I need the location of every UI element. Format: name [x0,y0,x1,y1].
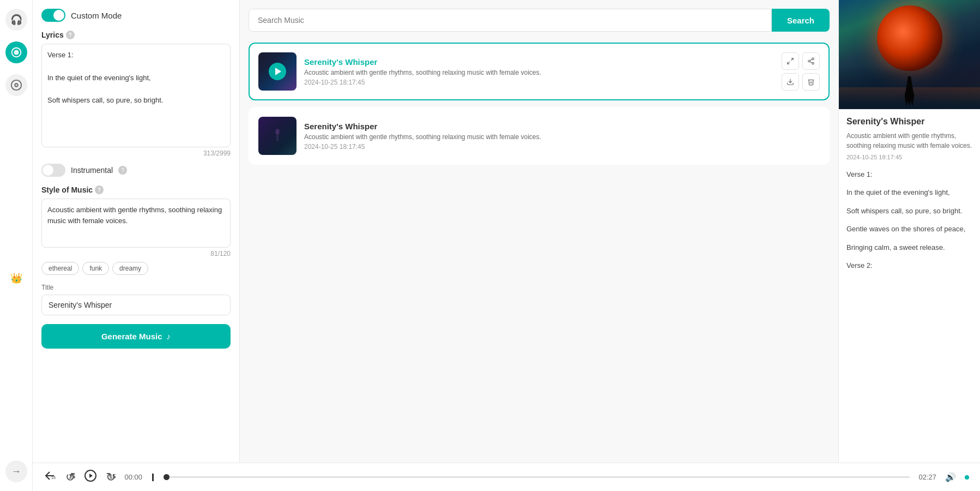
style-label: Style of Music ? [41,185,231,194]
instrumental-row: Instrumental ? [41,164,231,177]
play-button-1[interactable] [269,63,286,80]
style-textarea[interactable]: Acoustic ambient with gentle rhythms, so… [41,199,231,248]
song-title-2: Serenity's Whisper [304,122,820,131]
svg-text:15: 15 [51,476,56,480]
song-title-1: Serenity's Whisper [304,57,774,67]
svg-point-0 [14,50,19,55]
lyrics-line-1: Verse 1: [846,168,972,181]
svg-rect-12 [276,135,279,141]
song-desc-2: Acoustic ambient with gentle rhythms, so… [304,133,820,141]
left-panel: Custom Mode Lyrics ? Verse 1: In the qui… [33,0,240,491]
song-thumbnail-1 [258,52,297,91]
disc-nav-icon[interactable] [5,74,27,96]
generate-btn-label: Generate Music [101,332,162,341]
custom-mode-toggle[interactable] [41,9,65,22]
song-date-1: 2024-10-25 18:17:45 [304,79,774,86]
lyrics-line-5: Bringing calm, a sweet release. [846,241,972,254]
lyrics-textarea[interactable]: Verse 1: In the quiet of the evening's l… [41,44,231,147]
svg-line-9 [810,59,812,61]
volume-icon[interactable]: 🔊 [945,472,956,482]
svg-point-2 [15,83,18,87]
right-panel-date: 2024-10-25 18:17:45 [846,154,972,160]
custom-mode-label: Custom Mode [71,11,122,20]
svg-line-4 [788,62,790,64]
progress-bar[interactable] [164,476,910,478]
tag-dreamy[interactable]: dreamy [112,262,148,275]
song-thumbnail-2 [258,117,297,155]
song-thumb-img-1 [258,52,297,91]
svg-marker-15 [89,474,93,478]
tag-ethereal[interactable]: ethereal [41,262,79,275]
moon-graphic [877,5,942,71]
logout-icon[interactable]: → [5,460,27,482]
title-section: Title [41,284,231,315]
rewind-button[interactable]: 15 [44,469,57,485]
svg-point-5 [812,58,814,60]
generate-music-icon: ♪ [167,332,171,341]
custom-mode-row: Custom Mode [41,9,231,22]
lyrics-line-4: Gentle waves on the shores of peace, [846,223,972,235]
right-panel-title: Serenity's Whisper [846,117,972,127]
search-input[interactable] [249,9,772,32]
right-panel-description: Acoustic ambient with gentle rhythms, so… [846,131,972,151]
lyrics-label: Lyrics ? [41,31,231,39]
svg-line-8 [810,62,812,63]
svg-line-3 [791,58,793,61]
play-pause-button[interactable] [84,469,97,485]
svg-point-1 [11,80,21,90]
progress-thumb [164,474,170,480]
lyrics-line-2: In the quiet of the evening's light, [846,186,972,199]
music-note-nav-icon[interactable] [5,41,27,63]
song-bottom-actions [782,73,820,91]
lyrics-help-icon[interactable]: ? [66,31,75,39]
song-card-1[interactable]: Serenity's Whisper Acoustic ambient with… [249,43,830,100]
volume-indicator [965,475,969,480]
sidebar: 🎧 👑 → [0,0,33,491]
song-info-2: Serenity's Whisper Acoustic ambient with… [304,122,820,151]
bottom-player: 15 ↺ 15 ↻ 15 00:00 02:27 🔊 [33,463,980,491]
player-total-time: 02:27 [918,473,936,481]
svg-point-7 [812,62,814,64]
rewind-15-label: 15 [69,473,75,480]
player-forward-group: ↻ 15 [106,470,116,484]
center-panel: Search Serenity's Whisper Acoustic ambie… [240,0,838,491]
instrumental-help-icon[interactable]: ? [118,166,127,175]
forward-15-label: 15 [109,473,116,480]
song-top-actions [782,52,820,70]
svg-point-11 [275,129,280,135]
lyrics-char-count: 313/2999 [41,149,231,157]
right-content: Serenity's Whisper Acoustic ambient with… [839,109,980,285]
tag-funk[interactable]: funk [82,262,109,275]
headphones-nav-icon[interactable]: 🎧 [5,9,27,31]
song-thumb-img-2 [258,117,297,155]
svg-point-6 [808,60,810,62]
generate-button[interactable]: Generate Music ♪ [41,324,231,349]
lyrics-line-6: Verse 2: [846,259,972,272]
share-button-1[interactable] [802,52,820,70]
song-desc-1: Acoustic ambient with gentle rhythms, so… [304,69,774,76]
search-button[interactable]: Search [772,9,830,32]
tags-row: ethereal funk dreamy [41,262,231,275]
lyrics-line-3: Soft whispers call, so pure, so bright. [846,205,972,217]
style-help-icon[interactable]: ? [95,185,104,194]
instrumental-toggle[interactable] [41,164,65,177]
delete-button-1[interactable] [802,73,820,91]
right-panel: Serenity's Whisper Acoustic ambient with… [838,0,980,491]
progress-cursor [152,474,154,481]
song-info-1: Serenity's Whisper Acoustic ambient with… [304,57,774,86]
player-rewind-group: ↺ 15 [65,470,75,484]
song-card-2[interactable]: Serenity's Whisper Acoustic ambient with… [249,107,830,165]
instrumental-label: Instrumental [71,166,113,175]
right-panel-lyrics: Verse 1: In the quiet of the evening's l… [846,168,972,272]
song-actions-1 [782,52,820,91]
title-label: Title [41,284,231,291]
crown-nav-icon[interactable]: 👑 [5,267,27,289]
player-current-time: 00:00 [125,473,143,481]
download-button-1[interactable] [782,73,799,91]
song-date-2: 2024-10-25 18:17:45 [304,143,820,151]
expand-button-1[interactable] [782,52,799,70]
right-album-art [839,0,980,109]
search-bar: Search [249,9,830,32]
play-triangle-icon [275,68,281,75]
title-input[interactable] [41,295,231,315]
